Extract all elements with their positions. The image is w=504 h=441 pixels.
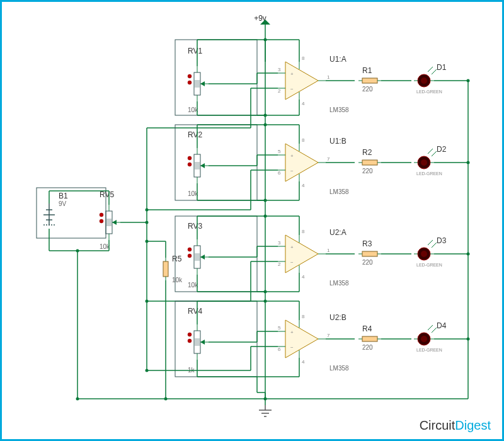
svg-text:LED-GREEN: LED-GREEN: [416, 171, 442, 176]
svg-point-51: [100, 219, 103, 223]
svg-text:U1:B: U1:B: [329, 137, 346, 146]
svg-text:R1: R1: [362, 66, 372, 75]
svg-text:U2:B: U2:B: [329, 313, 346, 322]
svg-text:8: 8: [302, 314, 305, 319]
svg-text:LED-GREEN: LED-GREEN: [416, 348, 442, 352]
svg-text:9V: 9V: [59, 200, 67, 207]
brand-logo: CircuitDigest: [420, 418, 491, 433]
schematic-svg: + −: [2, 2, 502, 439]
svg-point-50: [100, 213, 103, 217]
svg-text:1: 1: [327, 74, 330, 80]
svg-text:8: 8: [302, 137, 305, 143]
svg-text:LM358: LM358: [329, 280, 349, 287]
svg-text:5: 5: [278, 149, 281, 154]
svg-text:4: 4: [302, 183, 305, 188]
svg-text:6: 6: [278, 346, 281, 352]
brand-b: Digest: [455, 418, 491, 432]
svg-point-136: [188, 254, 192, 258]
svg-text:7: 7: [327, 156, 330, 162]
svg-text:RV1: RV1: [188, 47, 202, 55]
svg-text:LM358: LM358: [329, 188, 349, 195]
svg-text:7: 7: [327, 333, 330, 338]
svg-text:RV4: RV4: [188, 307, 202, 316]
svg-point-170: [188, 339, 192, 343]
input-pot: RV5 10k: [100, 190, 120, 250]
svg-text:R4: R4: [362, 324, 372, 333]
svg-text:220: 220: [362, 86, 373, 93]
svg-text:R3: R3: [362, 239, 372, 248]
svg-point-169: [188, 333, 192, 336]
svg-text:2: 2: [278, 88, 281, 94]
svg-text:4: 4: [302, 359, 305, 365]
svg-rect-42: [37, 188, 106, 238]
svg-point-67: [188, 81, 192, 84]
svg-text:10k: 10k: [172, 277, 183, 284]
svg-text:LED-GREEN: LED-GREEN: [416, 89, 442, 94]
svg-text:220: 220: [362, 259, 373, 266]
svg-text:LED-GREEN: LED-GREEN: [416, 263, 442, 267]
svg-text:D3: D3: [437, 236, 447, 245]
svg-text:U1:A: U1:A: [329, 55, 346, 64]
input-resistor: R5 10k: [163, 255, 183, 284]
svg-text:220: 220: [362, 344, 373, 351]
svg-text:B1: B1: [59, 192, 68, 200]
svg-text:D4: D4: [437, 321, 447, 330]
brand-a: Circuit: [420, 418, 455, 432]
svg-text:4: 4: [302, 101, 305, 106]
svg-text:8: 8: [302, 229, 305, 234]
svg-text:1: 1: [327, 248, 330, 253]
svg-point-135: [188, 248, 192, 251]
svg-text:RV2: RV2: [188, 130, 202, 139]
svg-point-101: [188, 156, 192, 160]
svg-text:R5: R5: [172, 255, 182, 263]
svg-text:3: 3: [278, 240, 281, 246]
svg-text:LM358: LM358: [329, 365, 349, 372]
svg-text:U2:A: U2:A: [329, 228, 346, 237]
svg-text:4: 4: [302, 274, 305, 280]
svg-text:5: 5: [278, 325, 281, 331]
svg-point-102: [188, 163, 192, 166]
svg-text:LM358: LM358: [329, 106, 349, 113]
battery: B1 9V: [37, 188, 106, 238]
svg-text:D1: D1: [437, 63, 447, 72]
svg-text:R2: R2: [362, 148, 372, 157]
schematic-frame: + −: [0, 0, 504, 441]
svg-text:8: 8: [302, 55, 305, 61]
svg-text:220: 220: [362, 168, 373, 175]
svg-text:D2: D2: [437, 145, 447, 154]
svg-text:6: 6: [278, 170, 281, 176]
svg-text:2: 2: [278, 261, 281, 267]
svg-text:RV3: RV3: [188, 222, 202, 231]
svg-point-66: [188, 74, 192, 78]
svg-text:3: 3: [278, 67, 281, 72]
svg-text:RV5: RV5: [100, 190, 114, 199]
